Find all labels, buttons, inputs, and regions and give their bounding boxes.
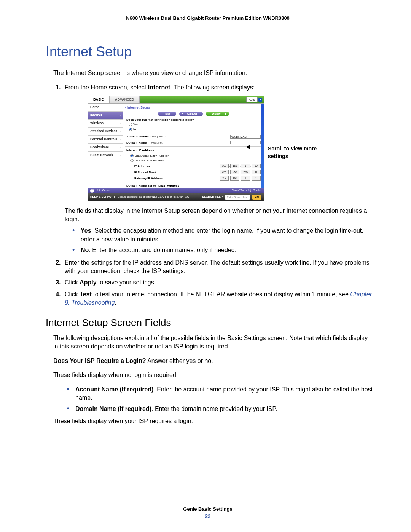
sidebar-item-attached[interactable]: Attached Devices› (88, 128, 123, 136)
apply-button[interactable]: Apply (206, 112, 229, 116)
chevron-right-icon: › (120, 145, 121, 149)
scrollbar[interactable] (261, 104, 264, 188)
step-2: Enter the settings for the IP address an… (62, 259, 373, 276)
router-ui-screenshot: BASIC ADVANCED Auto ▾ Home Internet› Wir… (88, 96, 264, 201)
bullet-domain-name: Domain Name (If required). Enter the dom… (67, 405, 373, 413)
sidebar-item-internet[interactable]: Internet› (88, 112, 123, 120)
chevron-right-icon: › (120, 137, 121, 141)
section-heading: Internet Setup (46, 44, 373, 60)
ip-address-input[interactable]: 192. 168. 1. 39 (220, 164, 261, 168)
domain-name-input[interactable] (230, 141, 261, 144)
login-intro: These fields display when your ISP requi… (53, 417, 373, 425)
dns-section-label: Domain Name Server (DNS) Address (126, 184, 261, 188)
gateway-input[interactable]: 192. 168. 1. 1 (220, 176, 261, 181)
isp-login-question: Does Your ISP Require a Login? Answer ei… (53, 357, 373, 365)
bullet-no: No. Enter the account and domain names, … (72, 246, 373, 254)
sidebar-item-parental[interactable]: Parental Controls› (88, 136, 123, 144)
sidebar-item-home[interactable]: Home (88, 104, 123, 112)
ip-section-label: Internet IP Address (126, 148, 261, 152)
ip-address-label: IP Address (134, 164, 217, 168)
subnet-label: IP Subnet Mask (134, 170, 217, 174)
scroll-callout: Scroll to view more settings (268, 145, 321, 160)
no-login-intro: These fields display when no login is re… (53, 371, 373, 379)
footer-links[interactable]: Documentation | Support@NETGEAR.com | Ro… (118, 195, 190, 199)
gateway-label: Gateway IP Address (134, 176, 217, 181)
search-help-label: SEARCH HELP (202, 195, 223, 199)
account-name-input[interactable]: WNDRMAC (230, 135, 261, 139)
auto-selector[interactable]: Auto ▾ (245, 96, 264, 103)
sidebar-item-readyshare[interactable]: ReadyShare› (88, 144, 123, 152)
step-1: From the Home screen, select Internet. T… (62, 83, 373, 255)
intro-paragraph: The Internet Setup screen is where you v… (53, 69, 373, 77)
chevron-right-icon: › (120, 153, 121, 157)
bullet-account-name: Account Name (If required). Enter the ac… (67, 385, 373, 403)
subsection-heading: Internet Setup Screen Fields (46, 317, 373, 329)
radio-dynamic-ip[interactable]: Get Dynamically from ISP (125, 153, 262, 158)
chevron-right-icon: › (120, 121, 121, 125)
tab-advanced[interactable]: ADVANCED (110, 96, 140, 103)
chevron-down-icon: ▾ (258, 98, 262, 102)
help-icon: ? (90, 189, 94, 193)
page-footer: Genie Basic Settings 22 (43, 500, 373, 519)
go-button[interactable]: GO (252, 195, 261, 200)
document-header: N600 Wireless Dual Band Gigabit Router P… (43, 15, 373, 21)
tab-basic[interactable]: BASIC (88, 96, 110, 103)
chevron-right-icon: › (120, 113, 121, 117)
subnet-input[interactable]: 255. 255. 255. 0 (220, 170, 261, 174)
breadcrumb: › Internet Setup (125, 104, 262, 111)
cancel-button[interactable]: Cancel (179, 112, 203, 116)
bullet-yes: Yes. Select the encapsulation method and… (72, 227, 373, 244)
search-input[interactable]: Enter Search Item (225, 195, 250, 200)
sidebar: Home Internet› Wireless› Attached Device… (88, 104, 123, 188)
radio-no[interactable]: No (125, 127, 262, 132)
help-toggle[interactable]: Show/Hide Help Center (232, 189, 261, 193)
sidebar-item-wireless[interactable]: Wireless› (88, 120, 123, 128)
sidebar-item-guest[interactable]: Guest Network› (88, 152, 123, 160)
test-button[interactable]: Test (158, 112, 176, 116)
chevron-right-icon: › (120, 129, 121, 133)
help-support-label: HELP & SUPPORT (90, 195, 115, 199)
step-3: Click Apply to save your settings. (62, 278, 373, 287)
login-question: Does your Internet connection require a … (125, 118, 262, 122)
step-4: Click Test to test your Internet connect… (62, 290, 373, 307)
help-center-label[interactable]: Help Center (96, 189, 111, 192)
after-screenshot-text: The fields that display in the Internet … (65, 207, 373, 224)
account-name-label: Account Name (If Required) (126, 134, 228, 139)
radio-yes[interactable]: Yes (125, 122, 262, 127)
step-list: From the Home screen, select Internet. T… (53, 83, 373, 307)
arrow-left-icon (246, 147, 267, 147)
radio-static-ip[interactable]: Use Static IP Address (125, 158, 262, 163)
subsection-intro: The following descriptions explain all o… (53, 334, 373, 350)
domain-name-label: Domain Name (If Required) (126, 141, 228, 145)
